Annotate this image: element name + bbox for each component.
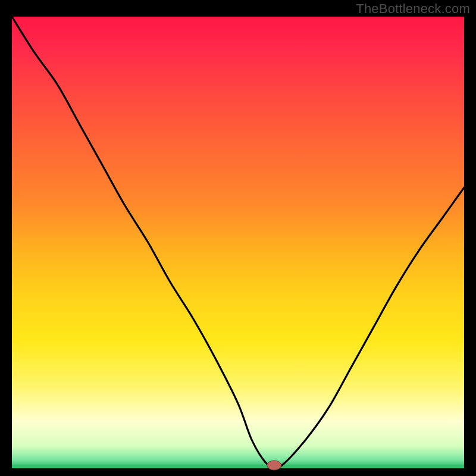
plot-background xyxy=(12,17,464,466)
bottleneck-chart xyxy=(0,0,476,476)
watermark-label: TheBottleneck.com xyxy=(356,1,470,17)
optimum-marker xyxy=(267,461,281,470)
chart-frame: TheBottleneck.com xyxy=(0,0,476,476)
